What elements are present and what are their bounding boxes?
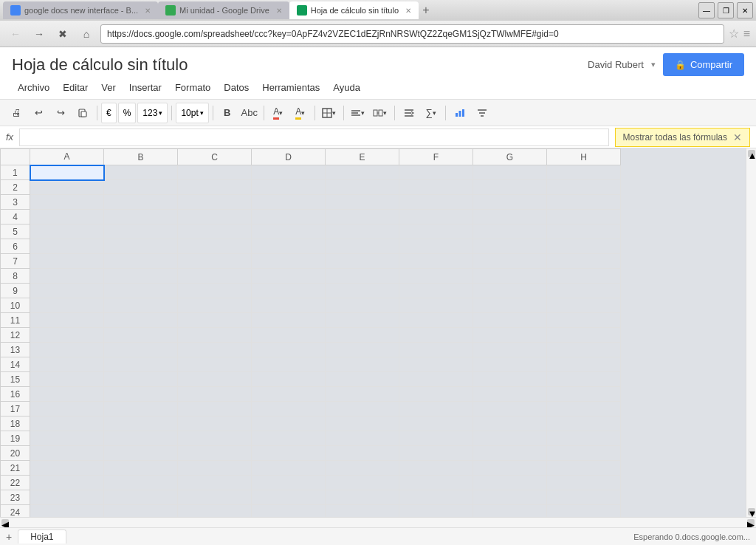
cell-B10[interactable] (104, 298, 178, 313)
cell-D20[interactable] (252, 446, 326, 461)
cell-D8[interactable] (252, 269, 326, 284)
cell-C21[interactable] (178, 461, 252, 476)
col-header-D[interactable]: D (252, 149, 326, 165)
cell-E15[interactable] (326, 372, 399, 387)
cell-F18[interactable] (399, 417, 473, 431)
cell-H24[interactable] (547, 505, 621, 518)
cell-C18[interactable] (178, 417, 252, 431)
cell-F1[interactable] (399, 165, 473, 180)
forward-button[interactable]: → (30, 24, 49, 44)
cell-C23[interactable] (178, 490, 252, 505)
cell-A8[interactable] (30, 269, 104, 284)
cell-B12[interactable] (104, 328, 178, 343)
cell-G12[interactable] (473, 328, 547, 343)
settings-icon[interactable]: ≡ (743, 27, 750, 41)
cell-F2[interactable] (399, 180, 473, 195)
horizontal-scrollbar[interactable]: ◀ ▶ (0, 517, 756, 527)
row-header-10[interactable]: 10 (1, 298, 30, 313)
cell-A18[interactable] (30, 417, 104, 431)
formula-banner-close[interactable]: ✕ (733, 131, 742, 143)
cell-F21[interactable] (399, 461, 473, 476)
cell-E13[interactable] (326, 343, 399, 357)
tab-3-close[interactable]: ✕ (405, 7, 411, 15)
cell-C4[interactable] (178, 210, 252, 224)
sigma-button[interactable]: ∑ ▾ (421, 103, 441, 123)
cell-G8[interactable] (473, 269, 547, 284)
tab-2[interactable]: Mi unidad - Google Drive ✕ (158, 1, 289, 19)
cell-A22[interactable] (30, 476, 104, 490)
maximize-button[interactable]: ❐ (718, 2, 734, 18)
cell-F6[interactable] (399, 239, 473, 254)
row-header-6[interactable]: 6 (1, 239, 30, 254)
cell-E3[interactable] (326, 195, 399, 210)
cell-B6[interactable] (104, 239, 178, 254)
menu-formato[interactable]: Formato (169, 79, 216, 96)
scroll-down-arrow[interactable]: ▼ (748, 508, 755, 515)
cell-E11[interactable] (326, 313, 399, 328)
cell-E1[interactable] (326, 165, 399, 180)
cell-F12[interactable] (399, 328, 473, 343)
cell-A10[interactable] (30, 298, 104, 313)
cell-G10[interactable] (473, 298, 547, 313)
cell-G24[interactable] (473, 505, 547, 518)
cell-F23[interactable] (399, 490, 473, 505)
cell-E14[interactable] (326, 357, 399, 372)
cell-A3[interactable] (30, 195, 104, 210)
cell-H16[interactable] (547, 387, 621, 402)
cell-H14[interactable] (547, 357, 621, 372)
cell-E9[interactable] (326, 284, 399, 298)
reload-button[interactable]: ✖ (53, 24, 72, 44)
cell-D7[interactable] (252, 254, 326, 269)
cell-G11[interactable] (473, 313, 547, 328)
cell-H18[interactable] (547, 417, 621, 431)
cell-A1[interactable] (30, 165, 104, 180)
cell-E18[interactable] (326, 417, 399, 431)
cell-C12[interactable] (178, 328, 252, 343)
cell-C19[interactable] (178, 431, 252, 446)
cell-D4[interactable] (252, 210, 326, 224)
cell-B2[interactable] (104, 180, 178, 195)
row-header-11[interactable]: 11 (1, 313, 30, 328)
cell-H23[interactable] (547, 490, 621, 505)
cell-G23[interactable] (473, 490, 547, 505)
tab-3[interactable]: Hoja de cálculo sin título ✕ (289, 1, 419, 19)
cell-D16[interactable] (252, 387, 326, 402)
new-tab-button[interactable]: + (419, 3, 433, 18)
cell-B24[interactable] (104, 505, 178, 518)
cell-A24[interactable] (30, 505, 104, 518)
cell-G16[interactable] (473, 387, 547, 402)
url-input[interactable] (100, 24, 724, 44)
cell-F14[interactable] (399, 357, 473, 372)
col-header-G[interactable]: G (473, 149, 547, 165)
cell-B5[interactable] (104, 224, 178, 239)
cell-F9[interactable] (399, 284, 473, 298)
cell-B4[interactable] (104, 210, 178, 224)
row-header-8[interactable]: 8 (1, 269, 30, 284)
cell-A17[interactable] (30, 402, 104, 417)
cell-G7[interactable] (473, 254, 547, 269)
cell-G9[interactable] (473, 284, 547, 298)
row-header-14[interactable]: 14 (1, 357, 30, 372)
font-color-button[interactable]: A ▾ (268, 103, 289, 123)
col-header-A[interactable]: A (30, 149, 104, 165)
row-header-23[interactable]: 23 (1, 490, 30, 505)
cell-H8[interactable] (547, 269, 621, 284)
back-button[interactable]: ← (6, 24, 25, 44)
cell-C8[interactable] (178, 269, 252, 284)
menu-ayuda[interactable]: Ayuda (327, 79, 366, 96)
cell-A2[interactable] (30, 180, 104, 195)
percent-dropdown[interactable]: % (118, 103, 137, 123)
cell-G19[interactable] (473, 431, 547, 446)
cell-D5[interactable] (252, 224, 326, 239)
cell-H10[interactable] (547, 298, 621, 313)
row-header-7[interactable]: 7 (1, 254, 30, 269)
cell-H22[interactable] (547, 476, 621, 490)
cell-H13[interactable] (547, 343, 621, 357)
cell-F8[interactable] (399, 269, 473, 284)
cell-C13[interactable] (178, 343, 252, 357)
cell-A13[interactable] (30, 343, 104, 357)
cell-H19[interactable] (547, 431, 621, 446)
cell-B23[interactable] (104, 490, 178, 505)
cell-H3[interactable] (547, 195, 621, 210)
cell-F5[interactable] (399, 224, 473, 239)
